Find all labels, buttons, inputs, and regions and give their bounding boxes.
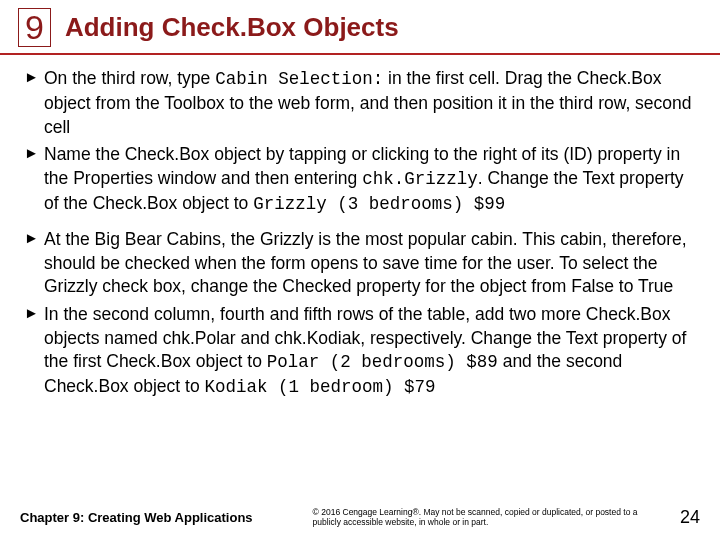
bullet-row: ► Name the Check.Box object by tapping o… [22,143,698,216]
code-run: chk.Grizzly [362,169,478,189]
code-run: Cabin Selection: [215,69,383,89]
footer-chapter-label: Chapter 9: Creating Web Applications [20,510,253,525]
page-number: 24 [680,507,700,528]
arrow-icon: ► [22,67,44,87]
slide-content: ► On the third row, type Cabin Selection… [0,55,720,399]
arrow-icon: ► [22,303,44,323]
text-run: On the third row, type [44,68,215,88]
bullet-text: In the second column, fourth and fifth r… [44,303,698,400]
bullet-text: Name the Check.Box object by tapping or … [44,143,698,216]
bullet-row: ► On the third row, type Cabin Selection… [22,67,698,139]
bullet-row: ► At the Big Bear Cabins, the Grizzly is… [22,228,698,299]
slide-title: Adding Check.Box Objects [65,12,399,43]
text-run: At the Big Bear Cabins, the Grizzly is t… [44,229,687,296]
slide-footer: Chapter 9: Creating Web Applications © 2… [0,507,720,528]
code-run: Polar (2 bedrooms) $89 [267,352,498,372]
footer-copyright: © 2016 Cengage Learning®. May not be sca… [253,507,680,528]
bullet-row: ► In the second column, fourth and fifth… [22,303,698,400]
bullet-text: On the third row, type Cabin Selection: … [44,67,698,139]
chapter-number: 9 [18,8,51,47]
code-run: Kodiak (1 bedroom) $79 [205,377,436,397]
slide-header: 9 Adding Check.Box Objects [0,0,720,55]
arrow-icon: ► [22,143,44,163]
arrow-icon: ► [22,228,44,248]
bullet-text: At the Big Bear Cabins, the Grizzly is t… [44,228,698,299]
code-run: Grizzly (3 bedrooms) $99 [253,194,505,214]
